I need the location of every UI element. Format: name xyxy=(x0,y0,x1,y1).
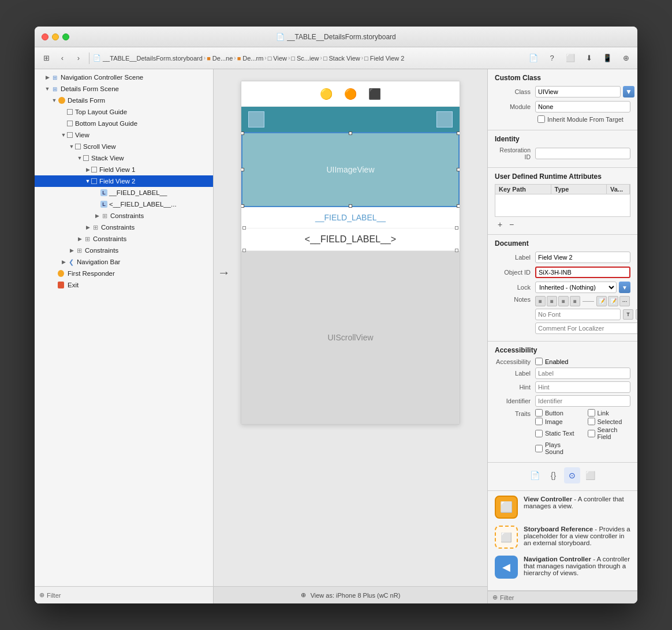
comment-input[interactable] xyxy=(535,322,637,334)
tree-item-label: Bottom Layout Guide xyxy=(75,120,137,127)
resize-handle-mr[interactable] xyxy=(457,168,460,171)
library-tab-code[interactable]: {} xyxy=(546,467,562,483)
notes-edit-btn-1[interactable]: 📝 xyxy=(596,296,607,306)
tree-item-label: Scroll View xyxy=(83,143,116,150)
breadcrumb-item-1[interactable]: 📄 __TABLE__DetailsForm.storyboard xyxy=(93,54,203,62)
doc-label-row: Label xyxy=(495,251,630,264)
tree-item-field-view-1[interactable]: ▶ Field View 1 xyxy=(35,164,213,175)
tree-item-constraints-2[interactable]: ▶ ⊞ Constraints xyxy=(35,222,213,233)
inherit-checkbox[interactable] xyxy=(537,115,545,123)
tree-item-field-label-1[interactable]: L __FIELD_LABEL__ xyxy=(35,187,213,198)
no-font-input[interactable] xyxy=(535,309,621,320)
tree-item-details-form[interactable]: ▼ Details Form xyxy=(35,95,213,106)
tree-item-scroll-view[interactable]: ▼ Scroll View xyxy=(35,141,213,152)
tree-item-constraints-4[interactable]: ▶ ⊞ Constraints xyxy=(35,245,213,256)
object-id-label: Object ID xyxy=(495,269,535,276)
breadcrumb-item-4[interactable]: □ View xyxy=(268,55,287,62)
inspector-icon-2[interactable]: ⬜ xyxy=(563,51,577,65)
tree-item-label: Constraints xyxy=(101,224,135,231)
object-id-input[interactable] xyxy=(535,267,630,278)
library-tab-doc[interactable]: 📄 xyxy=(527,467,543,483)
tree-item-exit[interactable]: Exit xyxy=(35,279,213,291)
inspector-icon-1[interactable]: 📄 xyxy=(527,51,540,65)
tree-item-bottom-layout[interactable]: Bottom Layout Guide xyxy=(35,118,213,129)
acc-label-input[interactable] xyxy=(535,367,630,379)
notes-align-right[interactable]: ≡ xyxy=(558,296,569,306)
inherit-label: Inherit Module From Target xyxy=(547,116,624,123)
notes-font-style-btn[interactable]: ▼ xyxy=(636,309,637,320)
tree-item-nav-controller[interactable]: ▶ ⊞ Navigation Controller Scene xyxy=(35,72,213,83)
minimize-button[interactable] xyxy=(52,33,59,40)
library-tab-circle[interactable]: ⊙ xyxy=(564,467,580,483)
exit-icon xyxy=(58,281,66,289)
trait-search-field-checkbox[interactable] xyxy=(588,430,595,437)
add-attribute-btn[interactable]: + xyxy=(495,219,505,230)
resize-handle-tr[interactable] xyxy=(457,132,460,135)
class-input[interactable] xyxy=(535,86,621,97)
footer-icon-1: ⊕ xyxy=(301,591,306,599)
trait-link-checkbox[interactable] xyxy=(588,409,595,417)
breadcrumb-item-5[interactable]: □ Sc...iew xyxy=(291,55,319,62)
restoration-id-input[interactable] xyxy=(535,148,630,159)
breadcrumb-item-6[interactable]: □ Stack View xyxy=(323,55,360,62)
tree-item-first-responder[interactable]: First Responder xyxy=(35,268,213,279)
resize-handle-tl[interactable] xyxy=(241,132,244,135)
field-value-handle-bl[interactable] xyxy=(242,249,246,252)
constraints-3-icon: ⊞ xyxy=(83,235,91,243)
inspector-icon-3[interactable]: 📱 xyxy=(600,51,614,65)
resize-handle-tc[interactable] xyxy=(349,132,352,135)
stack-view-icon xyxy=(83,155,89,161)
tree-item-details-form-scene[interactable]: ▼ ⊞ Details Form Scene xyxy=(35,83,213,95)
share-button[interactable]: ⊕ xyxy=(619,51,633,65)
sb-ref-title: Storyboard Reference - Provides a placeh… xyxy=(524,526,630,546)
notes-font-size-btn[interactable]: T xyxy=(623,309,633,320)
tree-item-constraints-1[interactable]: ▶ ⊞ Constraints xyxy=(35,210,213,222)
tree-item-field-label-2[interactable]: L <__FIELD_LABEL__... xyxy=(35,198,213,210)
trait-link: Link xyxy=(588,409,631,417)
tree-item-constraints-3[interactable]: ▶ ⊞ Constraints xyxy=(35,233,213,245)
maximize-button[interactable] xyxy=(62,33,69,40)
tree-item-field-view-2[interactable]: ▼ Field View 2 xyxy=(35,175,213,187)
doc-label-input[interactable] xyxy=(535,252,630,263)
tree-item-stack-view[interactable]: ▼ Stack View xyxy=(35,152,213,164)
close-button[interactable] xyxy=(42,33,48,40)
constraints-1-icon: ⊞ xyxy=(100,212,109,220)
notes-edit-btn-2[interactable]: 📝 xyxy=(608,296,618,306)
trait-selected-checkbox[interactable] xyxy=(588,418,595,425)
acc-hint-input[interactable] xyxy=(535,381,630,393)
breadcrumb-item-2[interactable]: ■ De...ne xyxy=(207,55,233,62)
tree-item-nav-bar[interactable]: ▶ ❮ Navigation Bar xyxy=(35,256,213,268)
notes-align-left[interactable]: ≡ xyxy=(535,296,546,306)
resize-handle-ml[interactable] xyxy=(241,168,244,171)
download-button[interactable]: ⬇ xyxy=(582,51,596,65)
back-button[interactable]: ‹ xyxy=(55,51,69,65)
trait-plays-sound-checkbox[interactable] xyxy=(535,445,543,452)
tree-item-view[interactable]: ▼ View xyxy=(35,129,213,141)
trait-static-text-checkbox[interactable] xyxy=(535,430,543,437)
module-input[interactable] xyxy=(535,101,630,112)
notes-more-btn[interactable]: ··· xyxy=(619,296,630,306)
class-action-btn[interactable]: ▼ xyxy=(623,86,634,97)
breadcrumb-item-3[interactable]: ■ De...rm xyxy=(237,55,264,62)
scroll-icon: □ xyxy=(291,55,295,62)
tree-item-top-layout[interactable]: Top Layout Guide xyxy=(35,106,213,118)
remove-attribute-btn[interactable]: − xyxy=(506,219,517,230)
lock-select[interactable]: Inherited - (Nothing) xyxy=(535,282,617,293)
accessibility-enabled-checkbox[interactable] xyxy=(535,358,543,365)
help-button[interactable]: ? xyxy=(545,51,559,65)
trait-plays-sound-label: Plays Sound xyxy=(545,441,578,455)
tree-view: ▶ ⊞ Navigation Controller Scene ▼ ⊞ Deta… xyxy=(35,69,213,586)
breadcrumb-item-7[interactable]: □ Field View 2 xyxy=(364,55,404,62)
grid-view-button[interactable]: ⊞ xyxy=(39,51,53,65)
nav-controller-icon: ⊞ xyxy=(51,73,59,81)
forward-button[interactable]: › xyxy=(72,51,85,65)
trait-image-checkbox[interactable] xyxy=(535,418,543,425)
trait-button-checkbox[interactable] xyxy=(535,409,543,417)
notes-align-center[interactable]: ≡ xyxy=(547,296,557,306)
library-tab-rect[interactable]: ⬜ xyxy=(583,467,599,483)
module-row: Module xyxy=(495,100,630,113)
acc-id-input[interactable] xyxy=(535,395,630,407)
lock-select-btn[interactable]: ▼ xyxy=(619,282,630,293)
field-value-handle-br[interactable] xyxy=(455,249,458,252)
notes-align-justify[interactable]: ≡ xyxy=(570,296,580,306)
